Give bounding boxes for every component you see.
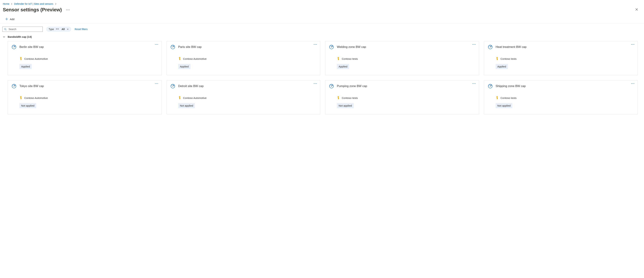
gauge-icon bbox=[170, 45, 175, 49]
card-title: Pumping zone BW cap bbox=[337, 84, 367, 88]
breadcrumb-link[interactable]: Defender for IoT | Sites and sensors bbox=[14, 2, 53, 5]
card-more-button[interactable]: ··· bbox=[314, 43, 317, 46]
gauge-icon bbox=[488, 45, 492, 49]
close-button[interactable] bbox=[634, 7, 639, 13]
gauge-icon bbox=[488, 84, 492, 88]
card-more-button[interactable]: ··· bbox=[631, 82, 635, 85]
filter-value: All bbox=[61, 28, 65, 30]
sensor-setting-card[interactable]: ··· Berlin site BW cap Contoso Automotiv… bbox=[8, 41, 162, 75]
filter-clear-icon[interactable]: ✕ bbox=[65, 28, 69, 30]
status-badge: Applied bbox=[178, 64, 190, 69]
filter-op: == bbox=[54, 28, 60, 30]
sensor-setting-card[interactable]: ··· Tokyo site BW cap Contoso Automotive… bbox=[8, 80, 162, 114]
group-header-bandwidth-cap[interactable]: Bandwidth cap (14) bbox=[2, 35, 639, 41]
key-icon bbox=[178, 96, 181, 100]
card-more-button[interactable]: ··· bbox=[155, 43, 158, 46]
gauge-icon bbox=[12, 84, 16, 88]
card-subscription: Contoso tests bbox=[500, 57, 517, 60]
gauge-icon bbox=[329, 84, 334, 88]
chevron-right-icon bbox=[55, 3, 57, 5]
chevron-right-icon bbox=[11, 3, 12, 5]
breadcrumb-link[interactable]: Home bbox=[3, 2, 9, 5]
sensor-setting-card[interactable]: ··· Heat treatment BW cap Contoso tests … bbox=[484, 41, 638, 75]
page-title-more-button[interactable]: ··· bbox=[65, 7, 71, 12]
gauge-icon bbox=[329, 45, 334, 49]
card-subscription: Contoso Automotive bbox=[24, 96, 48, 99]
card-subscription: Contoso tests bbox=[500, 96, 517, 99]
sensor-setting-card[interactable]: ··· Pumping zone BW cap Contoso tests No… bbox=[325, 80, 479, 114]
card-subscription: Contoso Automotive bbox=[183, 96, 206, 99]
card-more-button[interactable]: ··· bbox=[314, 82, 317, 85]
reset-filters-link[interactable]: Reset filters bbox=[75, 28, 88, 30]
chevron-down-icon bbox=[3, 36, 5, 38]
plus-icon bbox=[5, 18, 8, 20]
card-title: Heat treatment BW cap bbox=[496, 45, 527, 49]
card-title: Welding zone BW cap bbox=[337, 45, 366, 49]
search-input-wrapper[interactable] bbox=[2, 26, 43, 32]
command-bar: Add bbox=[2, 15, 639, 23]
breadcrumb: Home Defender for IoT | Sites and sensor… bbox=[2, 2, 639, 7]
card-more-button[interactable]: ··· bbox=[472, 43, 476, 46]
sensor-setting-card[interactable]: ··· Detroit site BW cap Contoso Automoti… bbox=[166, 80, 320, 114]
filter-bar: Type == All ✕ Reset filters bbox=[2, 26, 639, 35]
status-badge: Applied bbox=[337, 64, 349, 69]
key-icon bbox=[496, 96, 498, 100]
status-badge: Not applied bbox=[178, 103, 195, 108]
cards-grid: ··· Berlin site BW cap Contoso Automotiv… bbox=[2, 41, 639, 114]
card-subscription: Contoso tests bbox=[342, 57, 358, 60]
status-badge: Applied bbox=[20, 64, 32, 69]
key-icon bbox=[496, 57, 498, 60]
add-button[interactable]: Add bbox=[4, 16, 16, 22]
key-icon bbox=[337, 57, 340, 60]
card-more-button[interactable]: ··· bbox=[155, 82, 158, 85]
card-title: Paris site BW cap bbox=[178, 45, 202, 49]
filter-key: Type bbox=[48, 28, 54, 30]
status-badge: Not applied bbox=[496, 103, 512, 108]
card-title: Berlin site BW cap bbox=[20, 45, 44, 49]
group-header-label: Bandwidth cap (14) bbox=[8, 35, 32, 38]
card-title: Tokyo site BW cap bbox=[20, 84, 44, 88]
page-title: Sensor settings (Preview) bbox=[3, 7, 62, 12]
sensor-setting-card[interactable]: ··· Shipping zone BW cap Contoso tests N… bbox=[484, 80, 638, 114]
sensor-setting-card[interactable]: ··· Paris site BW cap Contoso Automotive… bbox=[166, 41, 320, 75]
key-icon bbox=[20, 96, 22, 100]
card-more-button[interactable]: ··· bbox=[631, 43, 635, 46]
card-subscription: Contoso tests bbox=[342, 96, 358, 99]
gauge-icon bbox=[12, 45, 16, 49]
card-subscription: Contoso Automotive bbox=[183, 57, 206, 60]
card-title: Shipping zone BW cap bbox=[496, 84, 526, 88]
gauge-icon bbox=[170, 84, 175, 88]
card-subscription: Contoso Automotive bbox=[24, 57, 48, 60]
card-more-button[interactable]: ··· bbox=[472, 82, 476, 85]
key-icon bbox=[337, 96, 340, 100]
search-input[interactable] bbox=[8, 28, 41, 31]
close-icon bbox=[635, 8, 638, 11]
card-title: Detroit site BW cap bbox=[178, 84, 204, 88]
key-icon bbox=[178, 57, 181, 60]
status-badge: Applied bbox=[496, 64, 508, 69]
key-icon bbox=[20, 57, 22, 60]
sensor-setting-card[interactable]: ··· Welding zone BW cap Contoso tests Ap… bbox=[325, 41, 479, 75]
divider bbox=[0, 23, 644, 23]
add-button-label: Add bbox=[10, 18, 14, 21]
status-badge: Not applied bbox=[337, 103, 354, 108]
search-icon bbox=[4, 28, 6, 30]
type-filter-pill[interactable]: Type == All ✕ bbox=[46, 26, 71, 32]
status-badge: Not applied bbox=[20, 103, 36, 108]
